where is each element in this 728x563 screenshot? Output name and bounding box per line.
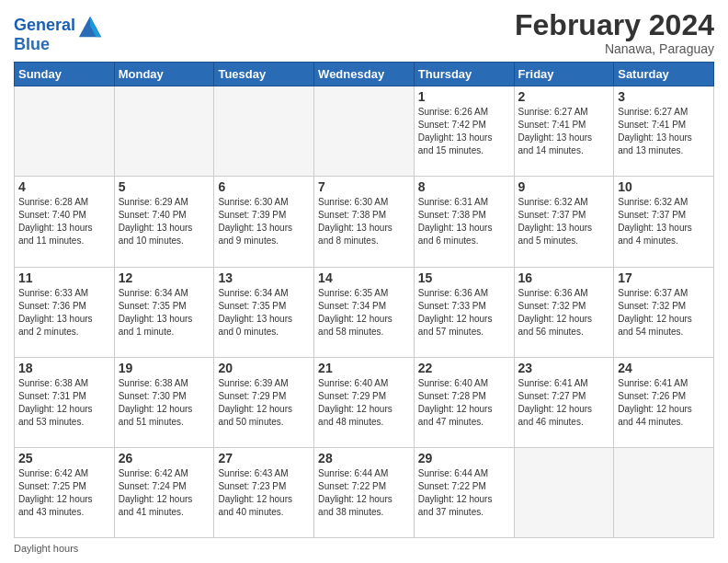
day-number: 13 bbox=[218, 270, 310, 285]
day-detail: Sunrise: 6:44 AM Sunset: 7:22 PM Dayligh… bbox=[418, 467, 510, 519]
day-number: 21 bbox=[318, 361, 410, 375]
logo: General Blue bbox=[14, 13, 103, 54]
calendar-cell: 16Sunrise: 6:36 AM Sunset: 7:32 PM Dayli… bbox=[514, 267, 614, 357]
day-number: 3 bbox=[618, 89, 710, 104]
calendar-cell bbox=[114, 86, 214, 177]
day-detail: Sunrise: 6:34 AM Sunset: 7:35 PM Dayligh… bbox=[218, 287, 310, 339]
calendar-cell: 7Sunrise: 6:30 AM Sunset: 7:38 PM Daylig… bbox=[314, 177, 415, 267]
calendar-header-thursday: Thursday bbox=[414, 63, 514, 86]
calendar-week-1: 1Sunrise: 6:26 AM Sunset: 7:42 PM Daylig… bbox=[15, 86, 714, 177]
calendar-cell: 2Sunrise: 6:27 AM Sunset: 7:41 PM Daylig… bbox=[514, 86, 614, 177]
calendar-week-5: 25Sunrise: 6:42 AM Sunset: 7:25 PM Dayli… bbox=[15, 447, 714, 537]
logo-icon bbox=[77, 13, 103, 39]
calendar-cell: 13Sunrise: 6:34 AM Sunset: 7:35 PM Dayli… bbox=[214, 267, 314, 357]
calendar-cell: 26Sunrise: 6:42 AM Sunset: 7:24 PM Dayli… bbox=[114, 447, 214, 537]
main-title: February 2024 bbox=[515, 9, 714, 41]
day-detail: Sunrise: 6:31 AM Sunset: 7:38 PM Dayligh… bbox=[418, 196, 510, 247]
day-number: 16 bbox=[518, 270, 610, 285]
day-detail: Sunrise: 6:33 AM Sunset: 7:36 PM Dayligh… bbox=[18, 287, 110, 339]
day-detail: Sunrise: 6:37 AM Sunset: 7:32 PM Dayligh… bbox=[618, 287, 710, 339]
day-detail: Sunrise: 6:30 AM Sunset: 7:39 PM Dayligh… bbox=[218, 196, 310, 247]
subtitle: Nanawa, Paraguay bbox=[515, 41, 714, 56]
day-number: 6 bbox=[218, 179, 310, 194]
calendar-cell: 4Sunrise: 6:28 AM Sunset: 7:40 PM Daylig… bbox=[15, 177, 115, 267]
calendar-cell: 8Sunrise: 6:31 AM Sunset: 7:38 PM Daylig… bbox=[414, 177, 514, 267]
calendar-week-3: 11Sunrise: 6:33 AM Sunset: 7:36 PM Dayli… bbox=[15, 267, 714, 357]
day-detail: Sunrise: 6:42 AM Sunset: 7:25 PM Dayligh… bbox=[18, 467, 110, 519]
day-number: 7 bbox=[318, 179, 410, 194]
calendar-cell: 18Sunrise: 6:38 AM Sunset: 7:31 PM Dayli… bbox=[15, 357, 115, 447]
day-number: 4 bbox=[18, 179, 110, 194]
day-number: 24 bbox=[618, 361, 710, 375]
calendar-cell: 5Sunrise: 6:29 AM Sunset: 7:40 PM Daylig… bbox=[114, 177, 214, 267]
day-detail: Sunrise: 6:26 AM Sunset: 7:42 PM Dayligh… bbox=[418, 106, 510, 157]
calendar-cell: 14Sunrise: 6:35 AM Sunset: 7:34 PM Dayli… bbox=[314, 267, 415, 357]
day-number: 5 bbox=[119, 179, 210, 194]
calendar-cell bbox=[314, 86, 415, 177]
calendar-cell: 27Sunrise: 6:43 AM Sunset: 7:23 PM Dayli… bbox=[214, 447, 314, 537]
day-detail: Sunrise: 6:29 AM Sunset: 7:40 PM Dayligh… bbox=[119, 196, 210, 247]
day-detail: Sunrise: 6:40 AM Sunset: 7:28 PM Dayligh… bbox=[418, 377, 510, 429]
calendar-cell: 9Sunrise: 6:32 AM Sunset: 7:37 PM Daylig… bbox=[514, 177, 614, 267]
day-detail: Sunrise: 6:38 AM Sunset: 7:30 PM Dayligh… bbox=[119, 377, 210, 429]
day-detail: Sunrise: 6:32 AM Sunset: 7:37 PM Dayligh… bbox=[618, 196, 710, 247]
calendar-header-saturday: Saturday bbox=[614, 63, 714, 86]
calendar-cell: 3Sunrise: 6:27 AM Sunset: 7:41 PM Daylig… bbox=[614, 86, 714, 177]
calendar-cell: 11Sunrise: 6:33 AM Sunset: 7:36 PM Dayli… bbox=[15, 267, 115, 357]
calendar-header-friday: Friday bbox=[514, 63, 614, 86]
header: General Blue February 2024 Nanawa, Parag… bbox=[14, 9, 714, 56]
day-number: 2 bbox=[518, 89, 610, 104]
calendar-cell bbox=[514, 447, 614, 537]
calendar-header-tuesday: Tuesday bbox=[214, 63, 314, 86]
day-detail: Sunrise: 6:38 AM Sunset: 7:31 PM Dayligh… bbox=[18, 377, 110, 429]
day-number: 27 bbox=[218, 451, 310, 465]
day-number: 12 bbox=[119, 270, 210, 285]
calendar-cell: 22Sunrise: 6:40 AM Sunset: 7:28 PM Dayli… bbox=[414, 357, 514, 447]
day-number: 8 bbox=[418, 179, 510, 194]
calendar-cell: 19Sunrise: 6:38 AM Sunset: 7:30 PM Dayli… bbox=[114, 357, 214, 447]
calendar-cell: 20Sunrise: 6:39 AM Sunset: 7:29 PM Dayli… bbox=[214, 357, 314, 447]
day-detail: Sunrise: 6:44 AM Sunset: 7:22 PM Dayligh… bbox=[318, 467, 410, 519]
calendar-cell: 24Sunrise: 6:41 AM Sunset: 7:26 PM Dayli… bbox=[614, 357, 714, 447]
day-number: 25 bbox=[18, 451, 110, 465]
day-number: 22 bbox=[418, 361, 510, 375]
calendar-cell bbox=[15, 86, 115, 177]
calendar-table: SundayMondayTuesdayWednesdayThursdayFrid… bbox=[14, 62, 714, 538]
day-detail: Sunrise: 6:36 AM Sunset: 7:33 PM Dayligh… bbox=[418, 287, 510, 339]
day-detail: Sunrise: 6:28 AM Sunset: 7:40 PM Dayligh… bbox=[18, 196, 110, 247]
day-detail: Sunrise: 6:34 AM Sunset: 7:35 PM Dayligh… bbox=[119, 287, 210, 339]
calendar-header-monday: Monday bbox=[114, 63, 214, 86]
calendar-week-2: 4Sunrise: 6:28 AM Sunset: 7:40 PM Daylig… bbox=[15, 177, 714, 267]
day-detail: Sunrise: 6:41 AM Sunset: 7:26 PM Dayligh… bbox=[618, 377, 710, 429]
calendar-cell: 29Sunrise: 6:44 AM Sunset: 7:22 PM Dayli… bbox=[414, 447, 514, 537]
day-detail: Sunrise: 6:36 AM Sunset: 7:32 PM Dayligh… bbox=[518, 287, 610, 339]
calendar-cell: 12Sunrise: 6:34 AM Sunset: 7:35 PM Dayli… bbox=[114, 267, 214, 357]
day-number: 28 bbox=[318, 451, 410, 465]
day-number: 9 bbox=[518, 179, 610, 194]
day-detail: Sunrise: 6:35 AM Sunset: 7:34 PM Dayligh… bbox=[318, 287, 410, 339]
calendar-cell: 1Sunrise: 6:26 AM Sunset: 7:42 PM Daylig… bbox=[414, 86, 514, 177]
day-detail: Sunrise: 6:40 AM Sunset: 7:29 PM Dayligh… bbox=[318, 377, 410, 429]
day-number: 20 bbox=[218, 361, 310, 375]
calendar-cell: 28Sunrise: 6:44 AM Sunset: 7:22 PM Dayli… bbox=[314, 447, 415, 537]
calendar-cell: 21Sunrise: 6:40 AM Sunset: 7:29 PM Dayli… bbox=[314, 357, 415, 447]
day-number: 18 bbox=[18, 361, 110, 375]
calendar-header-sunday: Sunday bbox=[15, 63, 115, 86]
day-number: 14 bbox=[318, 270, 410, 285]
day-detail: Sunrise: 6:30 AM Sunset: 7:38 PM Dayligh… bbox=[318, 196, 410, 247]
title-block: February 2024 Nanawa, Paraguay bbox=[515, 9, 714, 56]
day-number: 15 bbox=[418, 270, 510, 285]
day-number: 11 bbox=[18, 270, 110, 285]
day-detail: Sunrise: 6:41 AM Sunset: 7:27 PM Dayligh… bbox=[518, 377, 610, 429]
day-number: 29 bbox=[418, 451, 510, 465]
day-number: 19 bbox=[119, 361, 210, 375]
calendar-cell: 10Sunrise: 6:32 AM Sunset: 7:37 PM Dayli… bbox=[614, 177, 714, 267]
day-detail: Sunrise: 6:43 AM Sunset: 7:23 PM Dayligh… bbox=[218, 467, 310, 519]
calendar-cell: 15Sunrise: 6:36 AM Sunset: 7:33 PM Dayli… bbox=[414, 267, 514, 357]
footer-label: Daylight hours bbox=[14, 543, 78, 554]
day-detail: Sunrise: 6:42 AM Sunset: 7:24 PM Dayligh… bbox=[119, 467, 210, 519]
day-number: 23 bbox=[518, 361, 610, 375]
calendar-week-4: 18Sunrise: 6:38 AM Sunset: 7:31 PM Dayli… bbox=[15, 357, 714, 447]
calendar-header-row: SundayMondayTuesdayWednesdayThursdayFrid… bbox=[15, 63, 714, 86]
day-number: 26 bbox=[119, 451, 210, 465]
